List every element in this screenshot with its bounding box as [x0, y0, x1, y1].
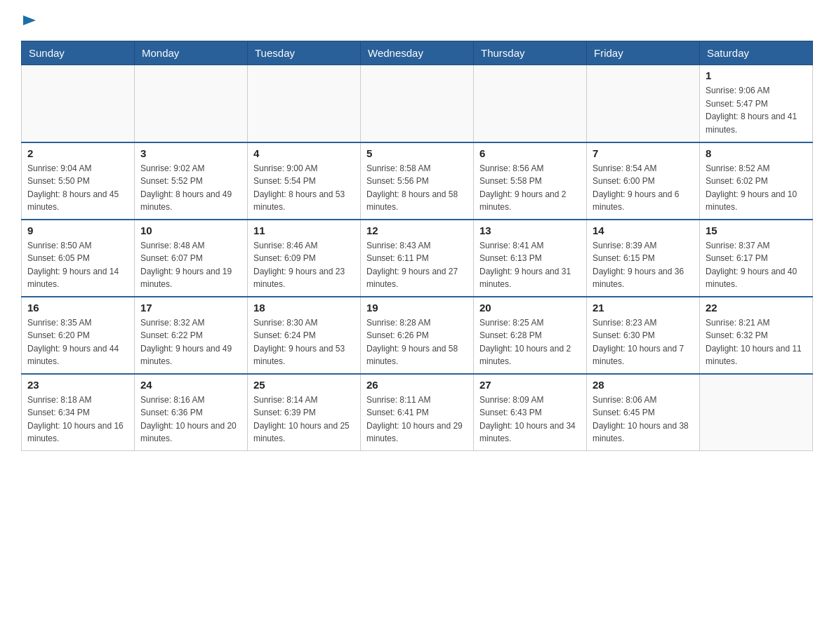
calendar-week-row: 16Sunrise: 8:35 AM Sunset: 6:20 PM Dayli…: [22, 297, 813, 374]
day-number: 13: [479, 224, 581, 236]
calendar-cell: 6Sunrise: 8:56 AM Sunset: 5:58 PM Daylig…: [474, 142, 587, 220]
day-info: Sunrise: 8:58 AM Sunset: 5:56 PM Dayligh…: [366, 162, 468, 214]
day-number: 1: [706, 69, 807, 81]
day-number: 5: [366, 147, 468, 159]
day-info: Sunrise: 8:46 AM Sunset: 6:09 PM Dayligh…: [253, 239, 355, 291]
calendar-cell: 21Sunrise: 8:23 AM Sunset: 6:30 PM Dayli…: [587, 297, 700, 374]
calendar-cell: 26Sunrise: 8:11 AM Sunset: 6:41 PM Dayli…: [361, 374, 474, 451]
day-number: 8: [706, 147, 807, 159]
day-info: Sunrise: 8:39 AM Sunset: 6:15 PM Dayligh…: [593, 239, 694, 291]
day-info: Sunrise: 8:43 AM Sunset: 6:11 PM Dayligh…: [366, 239, 468, 291]
day-info: Sunrise: 8:06 AM Sunset: 6:45 PM Dayligh…: [593, 394, 694, 445]
day-info: Sunrise: 8:48 AM Sunset: 6:07 PM Dayligh…: [140, 239, 241, 291]
calendar-cell: 17Sunrise: 8:32 AM Sunset: 6:22 PM Dayli…: [135, 297, 248, 374]
calendar-cell: 7Sunrise: 8:54 AM Sunset: 6:00 PM Daylig…: [587, 142, 700, 220]
calendar-cell: [361, 65, 474, 142]
day-number: 26: [366, 379, 468, 391]
day-number: 18: [253, 302, 355, 314]
day-number: 2: [27, 147, 128, 159]
days-of-week-row: SundayMondayTuesdayWednesdayThursdayFrid…: [22, 41, 813, 65]
day-info: Sunrise: 8:09 AM Sunset: 6:43 PM Dayligh…: [479, 394, 581, 445]
calendar-cell: 23Sunrise: 8:18 AM Sunset: 6:34 PM Dayli…: [22, 374, 135, 451]
day-of-week-header: Wednesday: [361, 41, 474, 65]
day-info: Sunrise: 9:06 AM Sunset: 5:47 PM Dayligh…: [706, 84, 807, 136]
day-of-week-header: Sunday: [22, 41, 135, 65]
calendar-cell: 11Sunrise: 8:46 AM Sunset: 6:09 PM Dayli…: [248, 220, 361, 297]
day-of-week-header: Monday: [135, 41, 248, 65]
day-number: 27: [479, 379, 581, 391]
calendar-week-row: 23Sunrise: 8:18 AM Sunset: 6:34 PM Dayli…: [22, 374, 813, 451]
day-info: Sunrise: 8:23 AM Sunset: 6:30 PM Dayligh…: [593, 316, 694, 368]
calendar-cell: 10Sunrise: 8:48 AM Sunset: 6:07 PM Dayli…: [135, 220, 248, 297]
day-info: Sunrise: 8:32 AM Sunset: 6:22 PM Dayligh…: [140, 316, 241, 368]
calendar-cell: [587, 65, 700, 142]
day-number: 15: [706, 224, 807, 236]
day-number: 19: [366, 302, 468, 314]
calendar-cell: 5Sunrise: 8:58 AM Sunset: 5:56 PM Daylig…: [361, 142, 474, 220]
day-info: Sunrise: 8:14 AM Sunset: 6:39 PM Dayligh…: [253, 394, 355, 445]
calendar-body: 1Sunrise: 9:06 AM Sunset: 5:47 PM Daylig…: [22, 65, 813, 451]
day-number: 28: [593, 379, 694, 391]
day-number: 25: [253, 379, 355, 391]
calendar-cell: 12Sunrise: 8:43 AM Sunset: 6:11 PM Dayli…: [361, 220, 474, 297]
calendar-cell: 24Sunrise: 8:16 AM Sunset: 6:36 PM Dayli…: [135, 374, 248, 451]
calendar-cell: [248, 65, 361, 142]
day-number: 3: [140, 147, 241, 159]
day-number: 21: [593, 302, 694, 314]
calendar-cell: 9Sunrise: 8:50 AM Sunset: 6:05 PM Daylig…: [22, 220, 135, 297]
day-number: 16: [27, 302, 128, 314]
calendar-cell: 2Sunrise: 9:04 AM Sunset: 5:50 PM Daylig…: [22, 142, 135, 220]
calendar-cell: 20Sunrise: 8:25 AM Sunset: 6:28 PM Dayli…: [474, 297, 587, 374]
calendar-week-row: 2Sunrise: 9:04 AM Sunset: 5:50 PM Daylig…: [22, 142, 813, 220]
day-info: Sunrise: 9:02 AM Sunset: 5:52 PM Dayligh…: [140, 162, 241, 214]
day-of-week-header: Thursday: [474, 41, 587, 65]
calendar-cell: 19Sunrise: 8:28 AM Sunset: 6:26 PM Dayli…: [361, 297, 474, 374]
day-number: 6: [479, 147, 581, 159]
day-number: 12: [366, 224, 468, 236]
calendar-cell: [135, 65, 248, 142]
calendar-cell: 1Sunrise: 9:06 AM Sunset: 5:47 PM Daylig…: [700, 65, 813, 142]
calendar-cell: 3Sunrise: 9:02 AM Sunset: 5:52 PM Daylig…: [135, 142, 248, 220]
day-of-week-header: Friday: [587, 41, 700, 65]
calendar-cell: 15Sunrise: 8:37 AM Sunset: 6:17 PM Dayli…: [700, 220, 813, 297]
day-info: Sunrise: 8:18 AM Sunset: 6:34 PM Dayligh…: [27, 394, 128, 445]
day-info: Sunrise: 8:21 AM Sunset: 6:32 PM Dayligh…: [706, 316, 807, 368]
day-info: Sunrise: 8:35 AM Sunset: 6:20 PM Dayligh…: [27, 316, 128, 368]
calendar-week-row: 9Sunrise: 8:50 AM Sunset: 6:05 PM Daylig…: [22, 220, 813, 297]
day-info: Sunrise: 9:04 AM Sunset: 5:50 PM Dayligh…: [27, 162, 128, 214]
day-of-week-header: Tuesday: [248, 41, 361, 65]
calendar-cell: 18Sunrise: 8:30 AM Sunset: 6:24 PM Dayli…: [248, 297, 361, 374]
day-number: 17: [140, 302, 241, 314]
day-number: 20: [479, 302, 581, 314]
day-info: Sunrise: 8:28 AM Sunset: 6:26 PM Dayligh…: [366, 316, 468, 368]
day-info: Sunrise: 8:41 AM Sunset: 6:13 PM Dayligh…: [479, 239, 581, 291]
day-number: 10: [140, 224, 241, 236]
calendar-cell: 4Sunrise: 9:00 AM Sunset: 5:54 PM Daylig…: [248, 142, 361, 220]
day-number: 11: [253, 224, 355, 236]
day-info: Sunrise: 8:52 AM Sunset: 6:02 PM Dayligh…: [706, 162, 807, 214]
day-info: Sunrise: 8:25 AM Sunset: 6:28 PM Dayligh…: [479, 316, 581, 368]
calendar-cell: 25Sunrise: 8:14 AM Sunset: 6:39 PM Dayli…: [248, 374, 361, 451]
calendar-cell: [22, 65, 135, 142]
calendar-cell: 13Sunrise: 8:41 AM Sunset: 6:13 PM Dayli…: [474, 220, 587, 297]
calendar-cell: [700, 374, 813, 451]
logo-arrow-icon: [23, 14, 36, 27]
day-info: Sunrise: 9:00 AM Sunset: 5:54 PM Dayligh…: [253, 162, 355, 214]
day-info: Sunrise: 8:16 AM Sunset: 6:36 PM Dayligh…: [140, 394, 241, 445]
calendar-cell: 27Sunrise: 8:09 AM Sunset: 6:43 PM Dayli…: [474, 374, 587, 451]
day-of-week-header: Saturday: [700, 41, 813, 65]
calendar-cell: 8Sunrise: 8:52 AM Sunset: 6:02 PM Daylig…: [700, 142, 813, 220]
day-number: 24: [140, 379, 241, 391]
day-number: 14: [593, 224, 694, 236]
day-info: Sunrise: 8:50 AM Sunset: 6:05 PM Dayligh…: [27, 239, 128, 291]
day-info: Sunrise: 8:30 AM Sunset: 6:24 PM Dayligh…: [253, 316, 355, 368]
day-info: Sunrise: 8:37 AM Sunset: 6:17 PM Dayligh…: [706, 239, 807, 291]
svg-marker-0: [23, 15, 36, 25]
calendar-cell: [474, 65, 587, 142]
day-number: 22: [706, 302, 807, 314]
calendar-cell: 22Sunrise: 8:21 AM Sunset: 6:32 PM Dayli…: [700, 297, 813, 374]
day-number: 23: [27, 379, 128, 391]
day-number: 9: [27, 224, 128, 236]
day-number: 4: [253, 147, 355, 159]
day-number: 7: [593, 147, 694, 159]
